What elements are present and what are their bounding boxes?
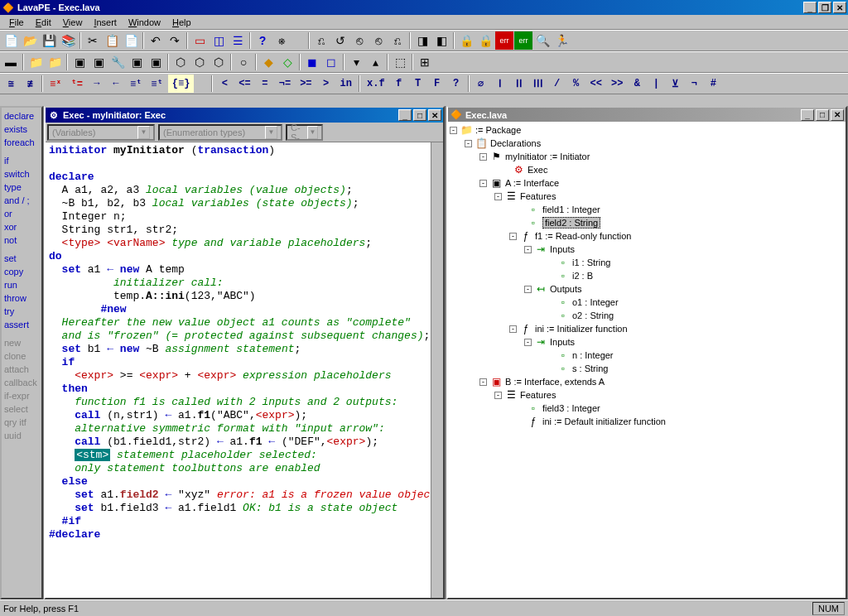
obj15-icon[interactable]: ◼: [303, 53, 321, 71]
tree-node[interactable]: B := Interface, extends A: [505, 377, 605, 387]
op-div[interactable]: /: [548, 75, 566, 93]
tree-node[interactable]: myInitiator := Initiator: [505, 152, 590, 161]
whatsthis-icon[interactable]: ⎈: [272, 31, 291, 50]
op-03[interactable]: ≡ˣ: [46, 75, 65, 93]
obj17-icon[interactable]: ▾: [347, 53, 365, 71]
tree-node[interactable]: o1 : Integer: [572, 297, 619, 307]
kw-try[interactable]: try: [3, 305, 40, 318]
op-gt[interactable]: >: [317, 75, 335, 93]
op-06[interactable]: ←: [107, 75, 125, 93]
tb8-icon[interactable]: ⎌: [388, 31, 407, 50]
tree-node[interactable]: o2 : String: [572, 310, 614, 320]
op-3[interactable]: ⅠⅠⅠ: [529, 75, 547, 93]
menu-insert[interactable]: Insert: [88, 17, 123, 28]
cs-combo[interactable]: C-S-▼: [286, 124, 323, 141]
kw-throw[interactable]: throw: [3, 291, 40, 305]
redo-icon[interactable]: ↷: [166, 31, 184, 50]
obj4-icon[interactable]: ▣: [70, 53, 89, 71]
op-eq[interactable]: =: [256, 75, 274, 93]
tb5-icon[interactable]: ↺: [331, 31, 349, 50]
op-shl[interactable]: <<: [586, 75, 606, 93]
tb6-icon[interactable]: ⎋: [350, 31, 369, 50]
expand-icon[interactable]: -: [479, 378, 487, 386]
tree-node[interactable]: Features: [520, 191, 556, 201]
tb1-icon[interactable]: ▭: [190, 31, 209, 50]
editor-max-button[interactable]: □: [413, 109, 426, 121]
editor-close-button[interactable]: ✕: [428, 109, 441, 121]
tree-min-button[interactable]: _: [801, 109, 814, 121]
menu-edit[interactable]: Edit: [30, 17, 57, 28]
help-icon[interactable]: ?: [253, 31, 272, 50]
tree-node[interactable]: Exec: [528, 165, 547, 175]
expand-icon[interactable]: -: [494, 392, 502, 399]
obj7-icon[interactable]: ▣: [128, 53, 146, 71]
kw-assert[interactable]: assert: [3, 318, 40, 331]
expand-icon[interactable]: -: [524, 286, 532, 293]
op-07[interactable]: ≡ᵗ: [126, 75, 146, 93]
op-04[interactable]: ᵗ=: [66, 75, 86, 93]
tb2-icon[interactable]: ◫: [210, 31, 228, 50]
tb4-icon[interactable]: ⎌: [312, 31, 330, 50]
tree-view[interactable]: -📁:= Package -📋Declarations -⚑myInitiato…: [448, 122, 846, 598]
obj16-icon[interactable]: ◻: [322, 53, 340, 71]
kw-set[interactable]: set: [3, 252, 40, 265]
tree-node[interactable]: ini := Initializer function: [535, 324, 628, 334]
tree-node[interactable]: f1 := Read-only function: [535, 231, 632, 241]
tb7-icon[interactable]: ⎋: [369, 31, 388, 50]
tree-node[interactable]: s : String: [572, 363, 608, 373]
tree-max-button[interactable]: □: [816, 109, 829, 121]
menu-file[interactable]: File: [3, 17, 30, 28]
expand-icon[interactable]: -: [524, 339, 532, 346]
tree-node[interactable]: i2 : B: [572, 271, 593, 281]
variables-combo[interactable]: (Variables)▼: [47, 124, 155, 141]
tb13-icon[interactable]: err: [495, 31, 513, 50]
tree-node[interactable]: := Package: [475, 125, 521, 135]
editor-scrollbar[interactable]: [431, 142, 443, 598]
tb11-icon[interactable]: 🔒: [457, 31, 475, 50]
op-t[interactable]: T: [409, 75, 427, 93]
search-icon[interactable]: 🔍: [533, 31, 552, 50]
op-null[interactable]: ∅: [472, 75, 490, 93]
tree-node[interactable]: A := Interface: [505, 178, 559, 188]
op-not[interactable]: ¬: [685, 75, 703, 93]
tb10-icon[interactable]: ◧: [432, 31, 450, 50]
kw-copy[interactable]: copy: [3, 265, 40, 278]
obj9-icon[interactable]: ⬡: [171, 53, 190, 71]
tree-node[interactable]: ini := Default initializer function: [542, 416, 666, 426]
menu-view[interactable]: View: [57, 17, 89, 28]
undo-icon[interactable]: ↶: [147, 31, 165, 50]
op-09[interactable]: {≡}: [168, 75, 195, 93]
op-ne[interactable]: ¬=: [275, 75, 295, 93]
obj20-icon[interactable]: ⊞: [416, 53, 434, 71]
kw-if[interactable]: if: [3, 154, 40, 167]
obj8-icon[interactable]: ▣: [147, 53, 165, 71]
minimize-button[interactable]: _: [803, 2, 817, 13]
kw-switch[interactable]: switch: [3, 167, 40, 180]
tb14-icon[interactable]: err: [514, 31, 532, 50]
tree-node[interactable]: n : Integer: [572, 350, 614, 360]
op-shr[interactable]: >>: [607, 75, 627, 93]
op-mod[interactable]: %: [567, 75, 585, 93]
tree-node[interactable]: field3 : Integer: [542, 403, 600, 413]
op-02[interactable]: ≇: [21, 75, 39, 93]
obj11-icon[interactable]: ⬡: [210, 53, 228, 71]
copy-icon[interactable]: 📋: [103, 31, 121, 50]
tree-node[interactable]: Outputs: [550, 284, 582, 294]
maximize-button[interactable]: ❐: [818, 2, 831, 13]
obj19-icon[interactable]: ⬚: [391, 53, 409, 71]
obj5-icon[interactable]: ▣: [89, 53, 108, 71]
open-icon[interactable]: 📂: [21, 31, 39, 50]
menu-help[interactable]: Help: [166, 17, 197, 28]
kw-xor[interactable]: xor: [3, 220, 40, 233]
paste-icon[interactable]: 📄: [122, 31, 140, 50]
expand-icon[interactable]: -: [494, 193, 502, 200]
obj2-icon[interactable]: 📁: [26, 53, 45, 71]
op-05[interactable]: →: [88, 75, 106, 93]
expand-icon[interactable]: -: [465, 140, 472, 147]
expand-icon[interactable]: -: [524, 246, 532, 253]
op-f[interactable]: f: [390, 75, 408, 93]
obj10-icon[interactable]: ⬡: [190, 53, 209, 71]
expand-icon[interactable]: -: [479, 180, 487, 187]
tree-node[interactable]: field1 : Integer: [542, 205, 600, 214]
kw-declare[interactable]: declare: [3, 109, 40, 123]
